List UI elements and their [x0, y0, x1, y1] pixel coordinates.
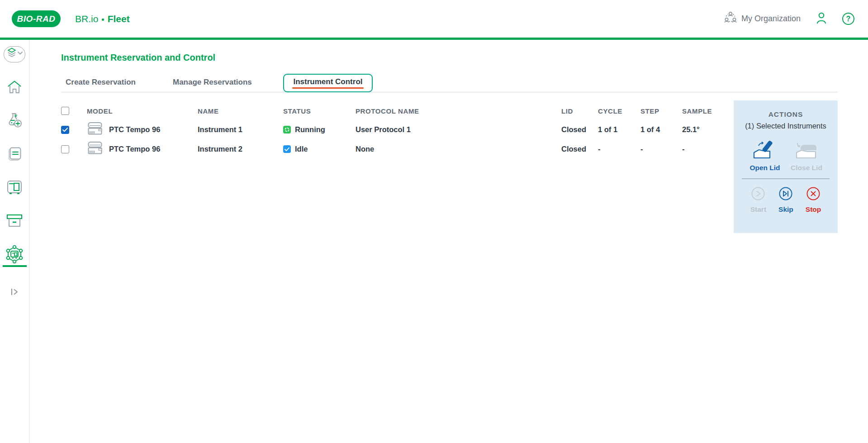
close-lid-label: Close Lid [791, 164, 822, 172]
cycle-value: 1 of 1 [598, 125, 640, 134]
sample-value: - [682, 145, 732, 153]
layers-with-chevron-icon [6, 48, 23, 61]
lid-value: Closed [561, 125, 598, 134]
stop-button[interactable]: Stop [806, 186, 821, 214]
app-title: BR.io • Fleet [75, 14, 130, 24]
help-button[interactable]: ? [842, 13, 854, 25]
start-button[interactable]: Start [750, 186, 766, 214]
sidebar-item-instruments[interactable] [0, 180, 29, 196]
row-checkbox[interactable] [61, 145, 69, 153]
sidebar-item-create-experiment[interactable] [0, 113, 29, 129]
open-lid-icon [751, 139, 778, 162]
step-value: - [640, 145, 682, 153]
col-name: NAME [198, 107, 283, 115]
model-value: PTC Tempo 96 [109, 145, 160, 153]
cycle-value: - [598, 145, 640, 153]
tab-bar-divider [61, 92, 838, 92]
start-icon [751, 186, 765, 203]
col-step: STEP [640, 107, 682, 115]
tab-bar: Create Reservation Manage Reservations I… [61, 73, 838, 95]
col-lid: LID [561, 107, 598, 115]
lid-value: Closed [561, 145, 598, 153]
status-running-icon [283, 126, 291, 133]
thermal-cycler-icon [87, 141, 103, 157]
user-account-button[interactable] [816, 12, 827, 26]
flask-add-icon [6, 112, 23, 130]
tab-create-reservation[interactable]: Create Reservation [66, 73, 136, 92]
tab-manage-reservations[interactable]: Manage Reservations [173, 73, 252, 92]
documents-icon [7, 146, 22, 164]
organization-menu[interactable]: My Organization [724, 11, 801, 26]
skip-button[interactable]: Skip [778, 186, 793, 214]
row-checkbox[interactable] [61, 126, 69, 134]
tab-instrument-control-label: Instrument Control [294, 77, 363, 86]
protocol-value: None [356, 145, 561, 153]
help-icon: ? [842, 13, 854, 25]
select-all-checkbox[interactable] [61, 107, 69, 115]
main-content: Instrument Reservation and Control Creat… [29, 40, 868, 443]
organization-label: My Organization [741, 14, 801, 24]
status-value: Running [295, 125, 325, 134]
app-name: BR.io [75, 14, 98, 24]
model-value: PTC Tempo 96 [109, 125, 160, 134]
close-lid-icon [793, 139, 820, 162]
product-name: Fleet [108, 14, 130, 24]
tab-instrument-control[interactable]: Instrument Control [283, 74, 373, 92]
step-value: 1 of 4 [640, 125, 682, 134]
logo-text: BIO-RAD [17, 14, 56, 24]
close-lid-button[interactable]: Close Lid [789, 139, 824, 172]
skip-icon [778, 186, 793, 203]
organization-icon [724, 11, 737, 26]
col-model: MODEL [87, 107, 198, 115]
storage-box-icon [6, 214, 23, 230]
page-title: Instrument Reservation and Control [61, 52, 868, 63]
name-value: Instrument 2 [198, 145, 283, 153]
status-idle-icon [283, 145, 291, 153]
user-icon [816, 12, 827, 26]
sidebar-item-storage[interactable] [0, 214, 29, 230]
title-separator: • [101, 15, 104, 24]
stop-label: Stop [806, 205, 821, 214]
skip-label: Skip [778, 205, 793, 214]
open-lid-label: Open Lid [749, 164, 780, 172]
sidebar-item-home[interactable] [0, 80, 29, 96]
sidebar-item-documents[interactable] [0, 147, 29, 163]
open-lid-button[interactable]: Open Lid [748, 139, 782, 172]
col-cycle: CYCLE [598, 107, 640, 115]
actions-divider [742, 178, 830, 179]
active-tab-underline [292, 87, 364, 89]
home-icon [7, 80, 22, 96]
sidebar-expand-button[interactable] [9, 287, 19, 299]
start-label: Start [750, 205, 766, 214]
status-value: Idle [295, 145, 308, 153]
sidebar [0, 40, 29, 443]
protocol-value: User Protocol 1 [356, 125, 561, 134]
expand-panel-icon [9, 291, 19, 298]
thermal-cycler-icon [87, 122, 103, 138]
bio-rad-logo[interactable]: BIO-RAD [12, 10, 61, 27]
name-value: Instrument 1 [198, 125, 283, 134]
instrument-icon [6, 180, 23, 197]
stop-icon [806, 186, 821, 203]
col-sample: SAMPLE [682, 107, 732, 115]
workspace-switcher[interactable] [4, 46, 25, 62]
sidebar-item-fleet[interactable] [0, 247, 29, 263]
header-right: My Organization ? [724, 11, 854, 26]
app-header: BIO-RAD BR.io • Fleet My Organization [0, 0, 868, 38]
col-status: STATUS [283, 107, 356, 115]
actions-panel-title: ACTIONS [734, 110, 838, 119]
col-protocol-name: PROTOCOL NAME [356, 107, 561, 115]
fleet-network-icon [5, 245, 24, 265]
sample-value: 25.1° [682, 125, 732, 134]
actions-panel: ACTIONS (1) Selected Instruments Open Li… [734, 100, 838, 233]
selected-instruments-count: (1) Selected Instruments [734, 122, 838, 130]
